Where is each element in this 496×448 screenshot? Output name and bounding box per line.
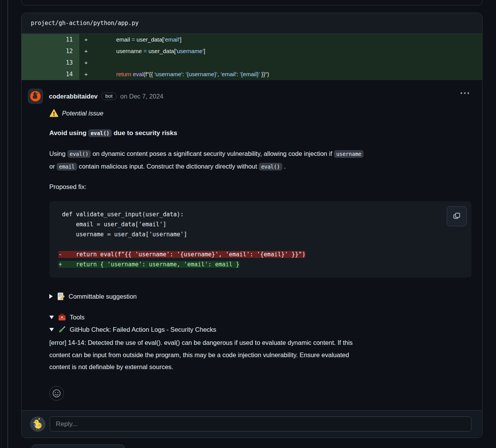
inline-code: email: [57, 163, 77, 171]
suggestion-line: + return { 'username': username, 'email'…: [59, 259, 471, 269]
next-element-partial[interactable]: [32, 445, 125, 448]
coderabbit-avatar[interactable]: [28, 89, 43, 104]
copy-icon: [452, 212, 461, 221]
suggestion-line: email = user_data['email']: [59, 219, 471, 229]
smiley-icon: [52, 389, 61, 398]
inline-code: username: [334, 150, 364, 158]
description-line: Using eval() on dynamic content poses a …: [49, 147, 471, 160]
review-comment-card: project/gh-action/python/app.py 11+ emai…: [21, 13, 483, 438]
add-reaction-button[interactable]: [49, 386, 64, 401]
suggestion-line: username = user_data['username']: [59, 229, 471, 239]
triangle-down-icon: [49, 328, 54, 331]
description-line: or email contain malicious input. Constr…: [49, 160, 471, 173]
diff-line-number[interactable]: 14: [22, 69, 79, 80]
text-run: Using: [49, 150, 67, 157]
file-path: project/gh-action/python/app.py: [31, 20, 139, 27]
suggestion-lines: def validate_user_input(user_data): emai…: [59, 209, 471, 269]
diff-add-sign: +: [84, 57, 110, 69]
github-pr-review-page: project/gh-action/python/app.py 11+ emai…: [0, 0, 496, 448]
bot-badge: bot: [101, 92, 117, 100]
collapsible-committable[interactable]: Committable suggestion: [49, 291, 471, 301]
kebab-menu-icon[interactable]: [458, 90, 471, 96]
potential-issue-label: Potential issue: [62, 110, 103, 117]
diff-row: 13+: [22, 57, 482, 69]
screwdriver-icon: [58, 325, 66, 334]
collapsible-label: Tools: [70, 314, 85, 321]
user-avatar: [30, 416, 45, 432]
diff-row: 12+ username = user_data['username']: [22, 45, 482, 57]
collapsible-github[interactable]: GitHub Check: Failed Action Logs - Secur…: [49, 324, 471, 334]
text-run: .: [282, 163, 286, 170]
text-run: on dynamic content poses a significant s…: [91, 150, 334, 157]
suggestion-line: def validate_user_input(user_data):: [59, 209, 471, 219]
reply-input[interactable]: [50, 416, 471, 431]
collapsible-label: GitHub Check: Failed Action Logs - Secur…: [70, 326, 216, 333]
diff-add-sign: +: [84, 34, 110, 45]
error-text-line: content can be input from outside the pr…: [49, 349, 471, 361]
proposed-fix-label: Proposed fix:: [49, 182, 471, 191]
collapsible-sections: Committable suggestionToolsGitHub Check:…: [49, 291, 471, 334]
thread-left-border: [7, 0, 8, 448]
diff-line-number[interactable]: 11: [22, 34, 79, 45]
diff-code-line: + return eval(f"{{ 'username': '{usernam…: [79, 69, 482, 80]
diff-code-line: + email = user_data['email']: [79, 34, 482, 45]
diff-row: 14+ return eval(f"{{ 'username': '{usern…: [22, 69, 482, 80]
copy-button[interactable]: [447, 206, 467, 226]
diff-add-sign: +: [84, 69, 110, 80]
triangle-right-icon: [49, 294, 53, 299]
diff-hunk: 11+ email = user_data['email']12+ userna…: [22, 34, 482, 80]
diff-code-line: + username = user_data['username']: [79, 45, 482, 57]
diff-line-number[interactable]: 12: [22, 45, 79, 57]
comment-author[interactable]: coderabbitaidev: [49, 93, 98, 100]
text-run: contain malicious input. Construct the d…: [77, 163, 259, 170]
issue-description: Using eval() on dynamic content poses a …: [49, 147, 471, 173]
text-run: or: [49, 163, 57, 170]
diff-line-number[interactable]: 13: [22, 57, 79, 69]
comment-timestamp[interactable]: on Dec 7, 2024: [120, 93, 163, 100]
diff-code-line: +: [79, 57, 482, 69]
inline-code: eval(): [259, 163, 282, 171]
issue-heading: Avoid using eval() due to security risks: [49, 129, 471, 137]
check-error-text: [error] 14-14: Detected the use of eval(…: [49, 337, 471, 373]
suggestion-line: - return eval(f"{{ 'username': '{usernam…: [59, 249, 471, 259]
toolbox-icon: [58, 313, 66, 321]
collapsible-label: Committable suggestion: [69, 293, 137, 300]
error-text-line: [error] 14-14: Detected the use of eval(…: [49, 337, 471, 349]
triangle-down-icon: [49, 316, 54, 319]
warning-icon: [49, 109, 59, 117]
potential-issue-row: Potential issue: [49, 109, 471, 117]
error-text-line: content is not definable by external sou…: [49, 361, 471, 373]
comment-body: Avoid using eval() due to security risks…: [49, 129, 471, 401]
suggestion-line: [59, 239, 471, 249]
comment-header: coderabbitaidev bot on Dec 7, 2024: [28, 89, 471, 104]
memo-icon: [57, 292, 65, 301]
reply-bar: [22, 410, 482, 438]
file-header: project/gh-action/python/app.py: [22, 13, 482, 34]
left-edge-divider: [1, 0, 2, 448]
inline-code: eval(): [88, 129, 112, 137]
inline-code: eval(): [67, 150, 91, 158]
review-comment: coderabbitaidev bot on Dec 7, 2024 Poten…: [22, 80, 482, 401]
collapsible-tools[interactable]: Tools: [49, 312, 471, 322]
diff-add-sign: +: [84, 45, 110, 57]
text-run: due to security risks: [112, 129, 177, 137]
diff-row: 11+ email = user_data['email']: [22, 34, 482, 45]
previous-card-partial: [21, 0, 483, 5]
suggestion-code-block: def validate_user_input(user_data): emai…: [49, 201, 471, 277]
text-run: Avoid using: [49, 129, 88, 137]
